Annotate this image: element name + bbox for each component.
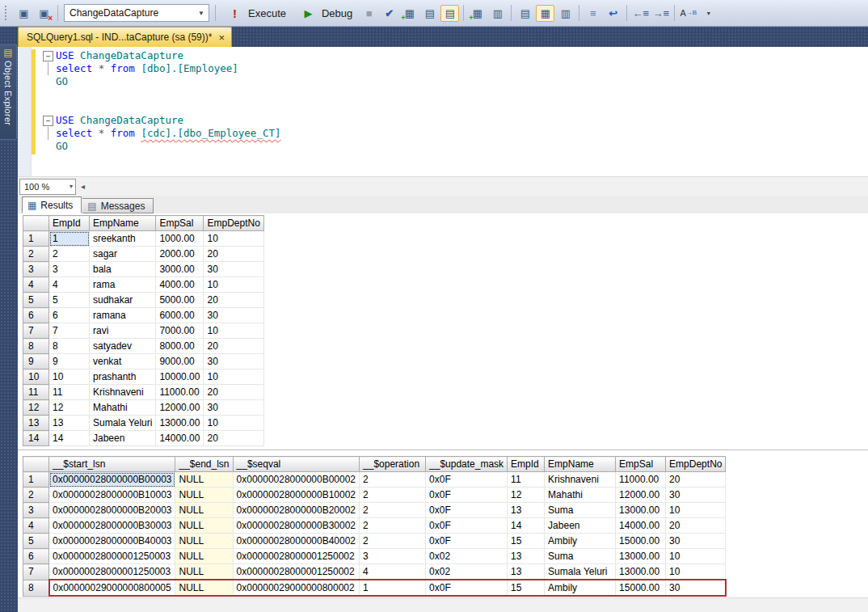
grid-cell[interactable]: 8: [49, 339, 90, 354]
column-header[interactable]: EmpName: [545, 457, 616, 472]
grid-cell[interactable]: Suma: [545, 549, 616, 564]
grid-cell[interactable]: 0x02: [426, 549, 508, 564]
scrollbar-collapse-icon[interactable]: ◂: [81, 182, 85, 191]
execute-button[interactable]: ! Execute: [220, 4, 292, 22]
grid-cell[interactable]: 13000.00: [156, 416, 204, 431]
grid-cell[interactable]: 15000.00: [616, 534, 666, 549]
grid-cell[interactable]: 0x00000028000000B40003: [49, 534, 175, 549]
grid-cell[interactable]: sagar: [90, 247, 156, 262]
grid-cell[interactable]: 4: [360, 564, 426, 580]
column-header[interactable]: __$start_lsn: [49, 457, 175, 472]
grid-cell[interactable]: 1: [49, 231, 90, 247]
column-header[interactable]: EmpId: [49, 216, 90, 231]
grid-cell[interactable]: 5000.00: [156, 293, 204, 308]
grid-cell[interactable]: 3: [49, 262, 90, 277]
grid-cell[interactable]: 13: [508, 503, 545, 518]
document-tab[interactable]: SQLQuery1.sql - IND...taCapture (sa (59)…: [18, 27, 232, 47]
row-number[interactable]: 6: [23, 308, 49, 323]
grid-cell[interactable]: 12: [508, 487, 545, 503]
grid-cell[interactable]: prashanth: [90, 369, 156, 385]
grid-cell[interactable]: 12000.00: [156, 400, 204, 416]
grid-cell[interactable]: 0x00000028000000B00003: [49, 472, 175, 487]
grid-cell[interactable]: 10: [666, 564, 726, 580]
uncomment-lines-icon[interactable]: ↩: [604, 5, 622, 22]
row-number[interactable]: 4: [23, 277, 49, 293]
grid-cell[interactable]: 4: [49, 277, 90, 293]
grid-cell[interactable]: 14000.00: [156, 431, 204, 446]
grid-cell[interactable]: 0x00000028000000B30002: [233, 518, 359, 534]
grid-cell[interactable]: Krishnaveni: [545, 472, 616, 487]
tab-messages[interactable]: ▤ Messages: [82, 198, 154, 213]
comment-lines-icon[interactable]: ≡: [584, 5, 602, 22]
row-number[interactable]: 3: [23, 503, 49, 518]
database-combo[interactable]: ChangeDataCapture ▼: [64, 4, 209, 22]
results-to-file-icon[interactable]: ▥: [556, 5, 575, 22]
connect-icon[interactable]: ▣: [15, 5, 33, 22]
grid-cell[interactable]: ravi: [90, 323, 156, 339]
grid-cell[interactable]: 14000.00: [616, 518, 666, 534]
grid-cell[interactable]: 20: [204, 431, 264, 446]
grid-cell[interactable]: 5: [49, 293, 90, 308]
row-number[interactable]: 13: [23, 416, 49, 431]
disconnect-icon[interactable]: ▣×: [35, 5, 53, 22]
grid-cell[interactable]: ramana: [90, 308, 156, 323]
query-options-icon[interactable]: ▤: [420, 5, 439, 22]
grid-corner[interactable]: [23, 216, 49, 231]
grid-cell[interactable]: Sumala Yeluri: [90, 416, 156, 431]
grid-cell[interactable]: NULL: [175, 580, 233, 596]
grid-cell[interactable]: 30: [666, 487, 726, 503]
row-number[interactable]: 7: [23, 564, 49, 580]
grid-cell[interactable]: 10: [204, 277, 264, 293]
grid-cell[interactable]: 1000.00: [156, 231, 204, 247]
row-number[interactable]: 5: [23, 293, 49, 308]
row-number[interactable]: 1: [23, 472, 49, 487]
grid-cell[interactable]: 30: [204, 262, 264, 277]
grid-cell[interactable]: 10: [666, 549, 726, 564]
row-number[interactable]: 3: [23, 262, 49, 277]
grid-cell[interactable]: 14: [508, 518, 545, 534]
grid-cell[interactable]: 15: [508, 534, 545, 549]
grid-cell[interactable]: Ambily: [545, 580, 616, 596]
grid-cell[interactable]: 13: [49, 416, 90, 431]
grid-cell[interactable]: sudhakar: [90, 293, 156, 308]
grid-cell[interactable]: 11: [508, 472, 545, 487]
grid-cell[interactable]: satyadev: [90, 339, 156, 354]
grid-cell[interactable]: 20: [204, 247, 264, 262]
row-number[interactable]: 12: [23, 400, 49, 416]
grid-cell[interactable]: 15: [508, 580, 545, 596]
grid-cell[interactable]: 10: [204, 231, 264, 247]
grid-cell[interactable]: 13000.00: [616, 564, 666, 580]
grid-cell[interactable]: Mahathi: [545, 487, 616, 503]
grid-cell[interactable]: Jabeen: [545, 518, 616, 534]
row-number[interactable]: 4: [23, 518, 49, 534]
grid-cell[interactable]: 20: [204, 339, 264, 354]
grid-cell[interactable]: 20: [666, 518, 726, 534]
column-header[interactable]: EmpId: [508, 457, 545, 472]
grid-cell[interactable]: 0x00000028000001250002: [233, 564, 359, 580]
grid-cell[interactable]: 2: [360, 503, 426, 518]
zoom-level-combo[interactable]: 100 % ▾: [19, 179, 76, 195]
estimated-plan-icon[interactable]: ▦+: [400, 5, 419, 22]
grid-cell[interactable]: 0x00000028000000B00002: [233, 472, 359, 487]
grid-cell[interactable]: NULL: [175, 549, 233, 564]
grid-cell[interactable]: 15000.00: [616, 580, 666, 596]
results-to-grid-icon[interactable]: ▦: [536, 5, 554, 22]
grid-cell[interactable]: 0x00000028000001250002: [233, 549, 359, 564]
column-header[interactable]: __$update_mask: [426, 457, 508, 472]
object-explorer-tab[interactable]: ▤ Object Explorer: [0, 44, 17, 140]
grid-cell[interactable]: NULL: [175, 564, 233, 580]
collapse-region-icon[interactable]: −: [43, 51, 53, 61]
grid-cell[interactable]: 20: [204, 293, 264, 308]
grid-cell[interactable]: Ambily: [545, 534, 616, 549]
results-splitter[interactable]: [18, 450, 868, 450]
grid-cell[interactable]: 2: [360, 518, 426, 534]
grid-cell[interactable]: 12: [49, 400, 90, 416]
row-number[interactable]: 2: [23, 247, 49, 262]
row-number[interactable]: 6: [23, 549, 49, 564]
grid-cell[interactable]: 11000.00: [616, 472, 666, 487]
grid-cell[interactable]: NULL: [175, 472, 233, 487]
grid-cell[interactable]: 2: [49, 247, 90, 262]
grid-cell[interactable]: Mahathi: [90, 400, 156, 416]
grid-cell[interactable]: 10000.00: [156, 369, 204, 385]
grid-cell[interactable]: 0x00000028000000B20003: [49, 503, 175, 518]
